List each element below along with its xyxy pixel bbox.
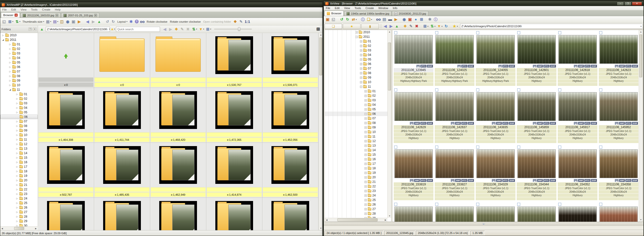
copy-icon[interactable]: ▣ <box>71 19 76 24</box>
folder-tree-item[interactable]: + 24 <box>325 193 391 198</box>
folder-tree-item[interactable]: + 05 <box>325 107 391 112</box>
right-tab[interactable]: n≡ 20160830_201123.jpg <box>392 11 428 16</box>
tree-plus-minus-icon[interactable]: + <box>365 190 367 192</box>
thumbnail-image[interactable] <box>517 207 556 222</box>
sort-icon[interactable]: ⇅ ▾ <box>191 27 198 32</box>
scrollbar-thumb[interactable] <box>337 218 378 221</box>
grid-view-icon[interactable]: ⊞ <box>315 27 321 32</box>
tree-plus-minus-icon[interactable]: + <box>365 140 367 142</box>
thumbnail-image[interactable] <box>435 35 474 64</box>
folder-cell[interactable]: x:1,530,767 <box>206 33 262 88</box>
folder-tree-item[interactable]: + 04 <box>325 53 391 57</box>
scroll-up-arrow[interactable]: ▲ <box>639 30 643 34</box>
image-thumbnail-cell[interactable] <box>516 202 557 222</box>
folder-tree-item[interactable]: ▷ 10 <box>0 133 38 137</box>
thumbnail-image[interactable] <box>558 149 597 178</box>
folder-tree-item[interactable]: + 12 <box>325 139 391 143</box>
folder-cell[interactable]: x:1,506,071 <box>262 33 318 88</box>
tree-expander-icon[interactable]: ▷ <box>9 52 11 55</box>
tree-plus-minus-icon[interactable]: + <box>365 117 367 120</box>
folder-tree-item[interactable]: + 06 <box>325 62 391 66</box>
folder-tree-item[interactable]: ▷ 05 <box>0 110 38 115</box>
tree-plus-minus-icon[interactable]: − <box>360 86 362 88</box>
tree-expander-icon[interactable]: ▷ <box>16 202 18 204</box>
folder-tree-item[interactable]: ▷ 02 <box>0 47 38 51</box>
thumbnail-checkbox[interactable] <box>599 203 602 206</box>
nav-back-icon[interactable]: ◀ <box>162 27 168 32</box>
image-thumbnail-cell[interactable]: ▂ XMPIPTCEXIF 20111106_142629 JPEG TrueC… <box>393 88 434 145</box>
tree-plus-minus-icon[interactable]: + <box>365 126 367 129</box>
menu-item[interactable]: Create <box>364 6 376 10</box>
tree-expander-icon[interactable]: ▷ <box>16 143 18 145</box>
thumbnail-size-slider[interactable] <box>214 29 252 29</box>
folder-tree-item[interactable]: ▷ 15 <box>0 155 38 160</box>
folder-tree-item[interactable]: ◢ 2011 <box>0 38 38 42</box>
folder-tree-item[interactable]: ▷ 27 <box>0 210 38 214</box>
folder-tree-item[interactable]: + 20 <box>325 175 391 180</box>
folder-tree-item[interactable]: + 10 <box>325 130 391 134</box>
folder-cell[interactable]: x:1,414,874 <box>206 143 262 198</box>
image-thumbnail-cell[interactable]: ▂ XMPIPTCEXIF 20111106_153827 JPEG TrueC… <box>434 145 475 202</box>
thumbnail-image[interactable] <box>435 207 474 222</box>
tree-plus-minus-icon[interactable]: + <box>365 213 367 215</box>
tree-expander-icon[interactable]: ▷ <box>16 107 18 109</box>
find-binoculars-icon[interactable]: oo <box>139 19 145 24</box>
contact-sheet-icon[interactable]: ⊞ <box>419 17 424 22</box>
favorites-star-icon[interactable]: ★ ▾ <box>452 24 459 29</box>
thumbnail-checkbox[interactable] <box>558 31 561 34</box>
thumbnail-image[interactable] <box>599 207 638 222</box>
thumbnail-image[interactable] <box>394 35 433 64</box>
tree-expander-icon[interactable]: ▷ <box>9 79 11 82</box>
folder-tree-item[interactable]: ▷ 08 <box>0 74 38 78</box>
thumbnail-checkbox[interactable] <box>476 146 479 149</box>
folder-tree-item[interactable]: ▷ 07 <box>0 119 38 124</box>
tree-expander-icon[interactable]: ▷ <box>16 134 18 136</box>
batch-rename-icon[interactable]: ✎ <box>238 19 244 24</box>
folder-tree-item[interactable]: ▷ 08 <box>0 124 38 128</box>
tree-expander-icon[interactable]: ▷ <box>16 165 18 168</box>
tree-expander-icon[interactable]: ▷ <box>9 61 11 64</box>
tree-plus-minus-icon[interactable]: + <box>365 104 367 106</box>
folder-tree-item[interactable]: + 2010 <box>325 30 391 35</box>
menu-item[interactable]: View <box>342 6 352 10</box>
folder-tree-item[interactable]: + 06 <box>325 112 391 116</box>
folder-tree-item[interactable]: ▷ 26 <box>0 205 38 210</box>
thumbnail-checkbox[interactable] <box>599 88 602 91</box>
tree-plus-minus-icon[interactable]: + <box>365 149 367 151</box>
dropdown-caret-icon[interactable]: ▾ <box>19 20 20 23</box>
scroll-right-arrow[interactable]: ▶ <box>34 227 38 230</box>
folders-panel-button[interactable]: ❏ <box>325 24 342 29</box>
info-icon[interactable]: ⓘ <box>360 17 366 22</box>
tree-plus-minus-icon[interactable]: + <box>365 122 367 124</box>
folder-tree-item[interactable]: ▷ 04 <box>0 106 38 110</box>
folder-cell[interactable] <box>38 198 94 230</box>
tree-expander-icon[interactable]: ▷ <box>9 57 11 59</box>
folder-tree-item[interactable]: + 03 <box>325 98 391 103</box>
tree-expander-icon[interactable]: ▷ <box>16 161 18 163</box>
tree-plus-minus-icon[interactable]: + <box>365 194 367 197</box>
folder-tree-item[interactable]: ▷ 13 <box>0 146 38 151</box>
folder-tree-item[interactable]: + 08 <box>325 71 391 75</box>
settings-gear-icon[interactable]: ✱ <box>427 17 433 22</box>
image-thumbnail-cell[interactable] <box>598 202 639 222</box>
folder-tree-item[interactable]: + 18 <box>325 166 391 171</box>
scroll-left-arrow[interactable]: ◀ <box>325 218 329 222</box>
tree-expander-icon[interactable]: ▷ <box>9 75 11 77</box>
wallpaper-icon[interactable]: ▣ <box>407 17 413 22</box>
folder-tree-item[interactable]: ▷ 19 <box>0 174 38 178</box>
image-thumbnail-cell[interactable]: ▂ XMPIPTCEXIF 20111106_154344 JPEG TrueC… <box>516 145 557 202</box>
dropdown-caret-icon[interactable]: ▾ <box>371 18 372 21</box>
tree-plus-minus-icon[interactable]: + <box>365 172 367 174</box>
tree-expander-icon[interactable]: ▷ <box>16 138 18 141</box>
tree-plus-minus-icon[interactable]: + <box>360 40 362 43</box>
address-bar[interactable]: Z:\Artefacts\Imagery\Photo\Calendric\201… <box>46 27 110 32</box>
folder-tree-item[interactable]: ▷ 06 <box>0 65 38 69</box>
nav-forward-icon[interactable]: ▶ <box>388 24 394 29</box>
bookmarks-icon[interactable]: ▤ ▾ <box>52 19 59 24</box>
folder-tree-item[interactable]: ▷ 12 <box>0 142 38 146</box>
thumbnail-checkbox[interactable] <box>517 88 520 91</box>
folder-cell[interactable] <box>94 198 150 230</box>
tab-close-icon[interactable]: ✕ <box>55 14 58 17</box>
thumbnail-checkbox[interactable] <box>435 146 438 149</box>
tree-plus-minus-icon[interactable]: + <box>365 90 367 92</box>
